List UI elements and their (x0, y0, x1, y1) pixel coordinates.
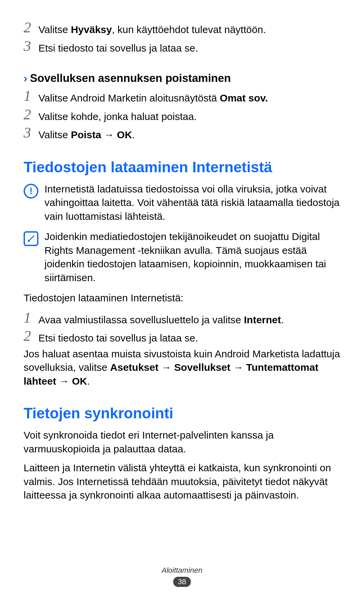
subheading-text: Sovelluksen asennuksen poistaminen (30, 72, 231, 85)
note-icon (24, 231, 38, 246)
step-text: Avaa valmiustilassa sovellusluettelo ja … (38, 310, 284, 327)
step-number: 3 (24, 125, 38, 140)
step-text: Valitse Poista → OK. (38, 125, 135, 142)
step-item: 1 Valitse Android Marketin aloitusnäytös… (24, 89, 340, 105)
step-number: 1 (24, 310, 38, 325)
sync-paragraph-1: Voit synkronoida tiedot eri Internet-pal… (24, 428, 340, 456)
step-item: 2 Valitse kohde, jonka haluat poistaa. (24, 107, 340, 124)
step-number: 2 (24, 107, 38, 122)
heading-downloads: Tiedostojen lataaminen Internetistä (24, 159, 340, 176)
step-item: 3 Valitse Poista → OK. (24, 125, 340, 142)
step-item: 1 Avaa valmiustilassa sovellusluettelo j… (24, 310, 340, 327)
step-item: 2 Valitse Hyväksy, kun käyttöehdot tulev… (24, 20, 340, 37)
step-text: Etsi tiedosto tai sovellus ja lataa se. (38, 39, 198, 55)
chevron-right-icon: › (24, 72, 27, 85)
note-text: Joidenkin mediatiedostojen tekijänoikeud… (44, 230, 340, 285)
step-number: 2 (24, 329, 38, 344)
manual-page: 2 Valitse Hyväksy, kun käyttöehdot tulev… (0, 0, 364, 597)
page-number: 38 (173, 577, 191, 587)
step-number: 3 (24, 39, 38, 54)
subheading-uninstall: › Sovelluksen asennuksen poistaminen (24, 72, 340, 85)
step-item: 3 Etsi tiedosto tai sovellus ja lataa se… (24, 39, 340, 55)
download-intro: Tiedostojen lataaminen Internetistä: (24, 291, 340, 305)
step-item: 2 Etsi tiedosto tai sovellus ja lataa se… (24, 329, 340, 345)
install-other-sources: Jos haluat asentaa muista sivustoista ku… (24, 347, 340, 388)
footer-section-label: Aloittaminen (0, 566, 364, 575)
step-text: Etsi tiedosto tai sovellus ja lataa se. (38, 329, 198, 345)
step-text: Valitse kohde, jonka haluat poistaa. (38, 107, 197, 124)
step-text: Valitse Hyväksy, kun käyttöehdot tulevat… (38, 20, 266, 37)
step-number: 1 (24, 89, 38, 103)
warning-callout: ! Internetistä ladatuissa tiedostoissa v… (24, 182, 340, 223)
note-callout: Joidenkin mediatiedostojen tekijänoikeud… (24, 230, 340, 285)
sync-paragraph-2: Laitteen ja Internetin välistä yhteyttä … (24, 461, 340, 502)
warning-text: Internetistä ladatuissa tiedostoissa voi… (44, 182, 340, 223)
step-text: Valitse Android Marketin aloitusnäytöstä… (38, 89, 268, 105)
step-number: 2 (24, 20, 38, 35)
warning-icon: ! (24, 184, 38, 199)
page-footer: Aloittaminen 38 (0, 566, 364, 587)
heading-sync: Tietojen synkronointi (24, 405, 340, 422)
